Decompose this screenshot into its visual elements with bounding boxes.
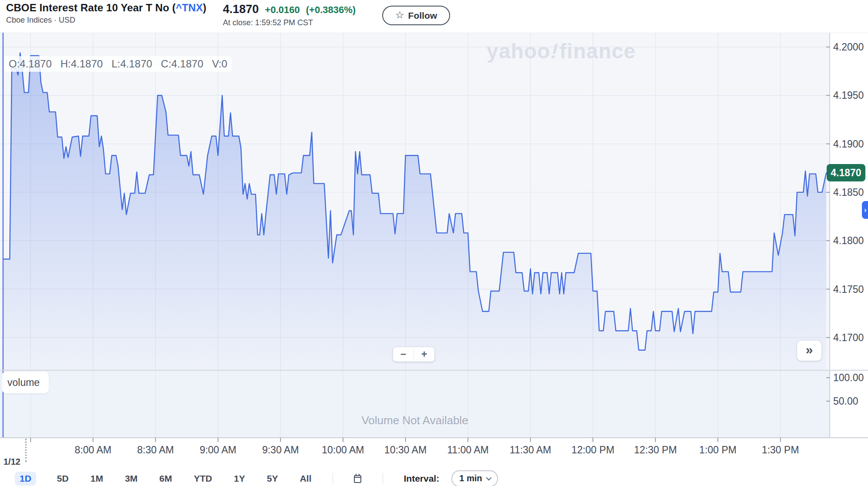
session-start-dotted-marker <box>25 439 27 462</box>
price-axis-tick: 4.1800 <box>833 235 867 247</box>
volume-axis-tick: 100.00 <box>833 372 867 384</box>
date-label: 1/12 <box>3 457 20 467</box>
price-axis-tick: 4.2000 <box>833 41 867 53</box>
time-axis-tick: 11:30 AM <box>502 444 559 456</box>
time-axis-tick: 12:00 PM <box>565 444 621 456</box>
star-icon: ☆ <box>395 9 404 21</box>
range-button-1m[interactable]: 1M <box>90 472 104 486</box>
time-axis-tick: 1:00 PM <box>690 444 746 456</box>
range-button-1y[interactable]: 1Y <box>233 472 246 486</box>
time-axis-tick: 11:00 AM <box>440 444 496 456</box>
ohlc-high: H:4.1870 <box>61 58 103 70</box>
price-axis-tick: 4.1700 <box>833 332 867 344</box>
page-title: CBOE Interest Rate 10 Year T No (^TNX) <box>6 2 206 14</box>
ohlc-volume: V:0 <box>212 58 227 70</box>
scroll-right-chevron-button[interactable]: › <box>862 201 868 219</box>
zoom-out-button[interactable]: − <box>393 347 414 362</box>
ticker-symbol[interactable]: ^TNX <box>176 2 203 13</box>
exchange-subtitle: Cboe Indices · USD <box>6 16 75 25</box>
price-axis-tick: 4.1850 <box>833 187 867 198</box>
time-axis-tick: 9:00 AM <box>190 444 246 456</box>
range-button-ytd[interactable]: YTD <box>193 472 213 486</box>
fast-forward-button[interactable]: » <box>797 341 821 361</box>
price-change-percent: (+0.3836%) <box>306 4 356 16</box>
at-close-timestamp: At close: 1:59:52 PM CST <box>223 18 356 27</box>
interval-dropdown[interactable]: 1 min <box>451 470 498 486</box>
range-button-5d[interactable]: 5D <box>56 472 70 486</box>
time-axis-tick: 12:30 PM <box>627 444 684 456</box>
range-button-3m[interactable]: 3M <box>124 472 138 486</box>
price-axis-tick: 4.1950 <box>833 90 867 101</box>
volume-not-available-text: Volume Not Available <box>0 414 830 427</box>
price-chart[interactable] <box>0 0 868 486</box>
toolbar-divider <box>383 473 383 484</box>
range-button-1d[interactable]: 1D <box>15 472 36 486</box>
calendar-icon[interactable] <box>353 473 363 484</box>
last-price: 4.1870 <box>223 3 259 16</box>
toolbar-divider <box>333 473 333 484</box>
zoom-in-button[interactable]: + <box>414 347 434 362</box>
price-axis-tick: 4.1750 <box>833 284 867 295</box>
time-axis-tick: 9:30 AM <box>252 444 309 456</box>
time-axis-tick: 10:30 AM <box>377 444 434 456</box>
range-button-5y[interactable]: 5Y <box>266 472 279 486</box>
range-button-all[interactable]: All <box>299 472 313 486</box>
price-block: 4.1870 +0.0160 (+0.3836%) At close: 1:59… <box>223 3 356 27</box>
yahoo-finance-chart-page: CBOE Interest Rate 10 Year T No (^TNX) C… <box>0 0 868 486</box>
interval-label: Interval: <box>404 473 440 484</box>
ohlc-readout: O:4.1870 H:4.1870 L:4.1870 C:4.1870 V:0 <box>4 56 232 72</box>
chevron-down-icon <box>486 475 492 480</box>
volume-pane-label: volume <box>2 372 49 393</box>
time-axis-tick: 8:00 AM <box>65 444 121 456</box>
zoom-control: − + <box>393 347 434 362</box>
follow-button[interactable]: ☆ Follow <box>382 6 450 25</box>
yahoo-finance-watermark: yahoo!finance <box>487 39 636 63</box>
time-axis-tick: 10:00 AM <box>315 444 371 456</box>
last-price-badge: 4.1870 <box>827 164 865 181</box>
range-toolbar: 1D 5D 1M 3M 6M YTD 1Y 5Y All Interval: 1… <box>0 471 868 486</box>
ohlc-open: O:4.1870 <box>9 58 52 70</box>
volume-axis-tick: 50.00 <box>833 396 867 407</box>
price-axis-tick: 4.1900 <box>833 138 867 150</box>
time-axis-tick: 1:30 PM <box>752 444 809 456</box>
range-button-6m[interactable]: 6M <box>158 472 173 486</box>
time-axis-tick: 8:30 AM <box>127 444 184 456</box>
ohlc-close: C:4.1870 <box>161 58 203 70</box>
price-change: +0.0160 <box>265 4 300 16</box>
quote-header: CBOE Interest Rate 10 Year T No (^TNX) C… <box>0 0 868 33</box>
ohlc-low: L:4.1870 <box>111 58 152 70</box>
